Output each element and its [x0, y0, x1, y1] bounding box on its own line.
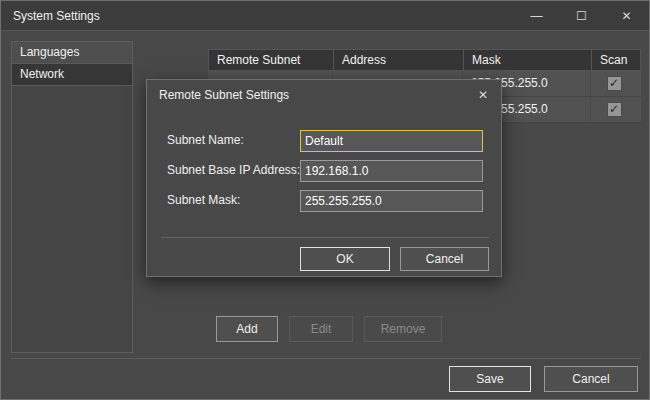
close-icon: ✕ [478, 88, 488, 102]
sidebar-item-languages[interactable]: Languages [12, 42, 132, 64]
close-icon: ✕ [621, 9, 631, 23]
sidebar-item-network[interactable]: Network [12, 64, 132, 86]
cancel-button[interactable]: Cancel [544, 366, 638, 392]
subnet-base-ip-label: Subnet Base IP Address: [167, 163, 300, 177]
maximize-icon: ☐ [576, 9, 587, 23]
add-button[interactable]: Add [216, 316, 278, 342]
window-title: System Settings [1, 9, 100, 23]
dialog-cancel-button[interactable]: Cancel [400, 247, 489, 271]
scan-checkbox[interactable]: ✓ [607, 102, 622, 117]
column-header-scan[interactable]: Scan [592, 50, 638, 70]
column-header-address[interactable]: Address [334, 50, 464, 70]
window-titlebar: System Settings — ☐ ✕ [1, 1, 649, 31]
dialog-close-button[interactable]: ✕ [465, 80, 501, 110]
subnet-base-ip-input[interactable] [300, 160, 483, 182]
dialog-divider [161, 237, 489, 238]
column-header-mask[interactable]: Mask [464, 50, 592, 70]
subnet-mask-row: Subnet Mask: [147, 190, 501, 212]
minimize-icon: — [531, 9, 543, 23]
table-header: Remote Subnet Address Mask Scan [208, 49, 641, 71]
dialog-title: Remote Subnet Settings [147, 88, 289, 102]
footer-divider [11, 358, 641, 359]
sidebar-item-label: Network [20, 67, 64, 81]
window-controls: — ☐ ✕ [514, 1, 649, 30]
subnet-name-label: Subnet Name: [167, 133, 244, 147]
remove-button[interactable]: Remove [364, 316, 442, 342]
subnet-mask-label: Subnet Mask: [167, 193, 240, 207]
ok-button[interactable]: OK [300, 247, 390, 271]
subnet-name-row: Subnet Name: [147, 130, 501, 152]
scan-checkbox[interactable]: ✓ [607, 76, 622, 91]
cell-scan: ✓ [591, 71, 637, 96]
remote-subnet-settings-dialog: Remote Subnet Settings ✕ Subnet Name: Su… [146, 79, 502, 277]
close-button[interactable]: ✕ [604, 1, 649, 30]
subnet-name-input[interactable] [300, 130, 483, 152]
edit-button[interactable]: Edit [289, 316, 353, 342]
system-settings-window: System Settings — ☐ ✕ Languages Network … [0, 0, 650, 400]
column-header-remote-subnet[interactable]: Remote Subnet [209, 50, 334, 70]
dialog-titlebar: Remote Subnet Settings ✕ [147, 80, 501, 110]
subnet-base-ip-row: Subnet Base IP Address: [147, 160, 501, 182]
cell-scan: ✓ [591, 97, 637, 122]
minimize-button[interactable]: — [514, 1, 559, 30]
sidebar-item-label: Languages [20, 45, 79, 59]
save-button[interactable]: Save [449, 366, 531, 392]
settings-category-list: Languages Network [11, 41, 133, 353]
maximize-button[interactable]: ☐ [559, 1, 604, 30]
subnet-mask-input[interactable] [300, 190, 483, 212]
